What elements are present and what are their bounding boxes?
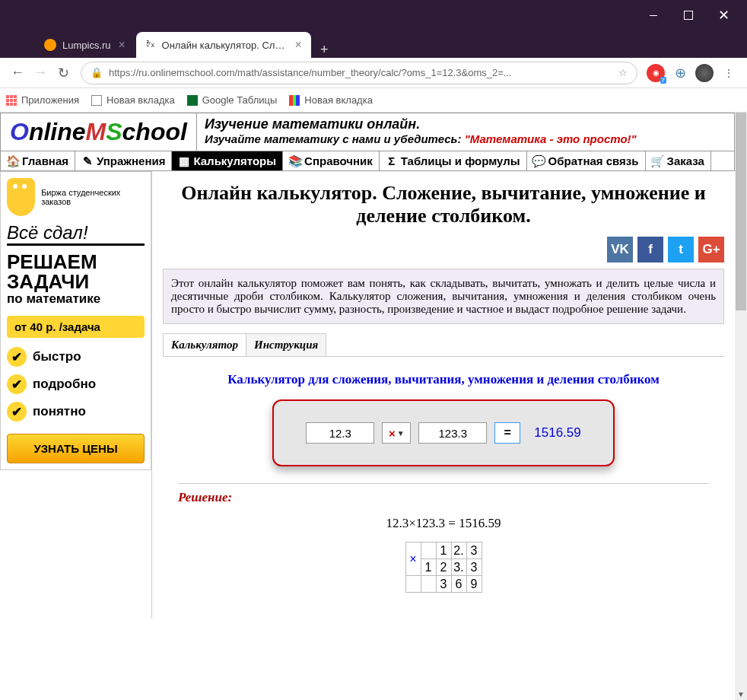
lock-icon: 🔒 <box>91 67 103 78</box>
window-maximize[interactable] <box>671 3 706 27</box>
tab-label: Онлайн калькулятор. Сложение <box>162 40 288 51</box>
browser-tab-calculator[interactable]: ∛x Онлайн калькулятор. Сложение × <box>136 32 311 58</box>
profile-avatar[interactable] <box>695 64 714 82</box>
favicon-icon: ∛x <box>145 39 156 51</box>
share-facebook[interactable]: f <box>637 237 663 262</box>
apps-shortcut[interactable]: Приложения <box>6 94 79 106</box>
nav-feedback[interactable]: 💬Обратная связь <box>527 151 646 170</box>
site-logo[interactable]: OnlineMSchool <box>1 113 197 151</box>
site-tagline: Изучение математики онлайн. Изучайте мат… <box>197 113 734 151</box>
social-share: VK f t G+ <box>163 237 724 262</box>
sheets-icon <box>187 95 198 106</box>
column-math-table: × 12.3 123.3 369 <box>405 542 482 593</box>
browser-tabs: Lumpics.ru × ∛x Онлайн калькулятор. Слож… <box>0 30 747 58</box>
page-icon <box>289 95 300 106</box>
feature-item: ✔подробно <box>7 374 145 394</box>
new-tab-button[interactable]: + <box>313 42 336 58</box>
site-header: OnlineMSchool Изучение математики онлайн… <box>0 113 735 151</box>
home-icon: 🏠 <box>7 155 19 167</box>
solution-heading: Решение: <box>178 483 709 505</box>
window-minimize[interactable] <box>636 3 671 27</box>
bookmarks-bar: Приложения Новая вкладка Google Таблицы … <box>0 88 747 113</box>
check-icon: ✔ <box>7 402 27 422</box>
nav-home[interactable]: 🏠Главная <box>1 151 75 170</box>
sigma-icon: Σ <box>386 155 398 167</box>
tab-instruction[interactable]: Инструкция <box>246 333 326 356</box>
tab-label: Lumpics.ru <box>62 40 111 51</box>
close-tab-icon[interactable]: × <box>119 38 126 52</box>
reload-button[interactable]: ↻ <box>52 62 75 84</box>
adblock-icon[interactable]: ◉7 <box>647 64 665 82</box>
books-icon: 📚 <box>289 155 301 167</box>
page-icon <box>91 95 102 106</box>
sidebar: Биржа студенческих заказов Всё сдал! РЕШ… <box>0 171 152 619</box>
address-bar: ← → ↻ 🔒 https://ru.onlinemschool.com/mat… <box>0 58 747 88</box>
nav-calculators[interactable]: ▦Калькуляторы <box>172 151 283 170</box>
scroll-down-icon[interactable]: ▼ <box>735 688 747 700</box>
chevron-down-icon: ▼ <box>397 429 405 438</box>
forward-button[interactable]: → <box>29 62 52 84</box>
chat-icon: 💬 <box>533 155 545 167</box>
nav-order[interactable]: 🛒Заказа <box>646 151 711 170</box>
share-googleplus[interactable]: G+ <box>698 237 724 262</box>
price-banner: от 40 р. /задача <box>7 316 145 338</box>
operator-select[interactable]: ×▼ <box>382 422 411 444</box>
operand2-input[interactable] <box>418 422 487 444</box>
browser-menu-icon[interactable]: ⋮ <box>720 64 738 82</box>
close-tab-icon[interactable]: × <box>295 38 302 52</box>
vertical-scrollbar[interactable]: ▲ ▼ <box>735 113 747 700</box>
main-nav: 🏠Главная ✎Упражнения ▦Калькуляторы 📚Спра… <box>0 151 735 171</box>
calculation-result: 1516.59 <box>534 425 580 441</box>
intro-text: Этот онлайн калькулятор поможет вам поня… <box>163 269 724 324</box>
check-icon: ✔ <box>7 374 27 394</box>
apps-icon <box>6 95 17 106</box>
equals-button[interactable]: = <box>494 422 520 444</box>
pencil-mascot-icon <box>7 178 35 216</box>
url-input[interactable]: 🔒 https://ru.onlinemschool.com/math/assi… <box>81 62 637 84</box>
share-vk[interactable]: VK <box>607 237 633 262</box>
cart-icon: 🛒 <box>652 155 664 167</box>
translate-icon[interactable]: ⊕ <box>671 64 689 82</box>
cta-button[interactable]: УЗНАТЬ ЦЕНЫ <box>7 434 145 463</box>
operand1-input[interactable] <box>306 422 374 444</box>
bookmark-item[interactable]: Новая вкладка <box>289 94 373 106</box>
page-title: Онлайн калькулятор. Сложение, вычитание,… <box>163 182 724 228</box>
operator-cell: × <box>405 542 421 576</box>
url-text: https://ru.onlinemschool.com/math/assist… <box>109 67 618 78</box>
nav-exercises[interactable]: ✎Упражнения <box>75 151 172 170</box>
main-content: Онлайн калькулятор. Сложение, вычитание,… <box>152 171 735 619</box>
feature-item: ✔быстро <box>7 347 145 367</box>
calculator-title: Калькулятор для сложения, вычитания, умн… <box>178 372 709 387</box>
scroll-thumb[interactable] <box>736 113 746 310</box>
bookmark-star-icon[interactable]: ☆ <box>618 67 628 78</box>
bookmark-item[interactable]: Google Таблицы <box>187 94 278 106</box>
content-tabs: Калькулятор Инструкция <box>163 333 724 357</box>
nav-reference[interactable]: 📚Справочник <box>283 151 380 170</box>
browser-tab-lumpics[interactable]: Lumpics.ru × <box>35 32 135 58</box>
feature-item: ✔понятно <box>7 402 145 422</box>
back-button[interactable]: ← <box>6 62 29 84</box>
calculator-panel: ×▼ = 1516.59 <box>272 399 614 466</box>
pencil-icon: ✎ <box>81 155 94 167</box>
window-close[interactable]: ✕ <box>706 3 741 27</box>
nav-tables[interactable]: ΣТаблицы и формулы <box>380 151 527 170</box>
bookmark-item[interactable]: Новая вкладка <box>91 94 175 106</box>
check-icon: ✔ <box>7 347 27 367</box>
favicon-icon <box>44 39 56 51</box>
calculator-icon: ▦ <box>178 155 190 167</box>
sidebar-ad[interactable]: Биржа студенческих заказов Всё сдал! РЕШ… <box>0 171 151 470</box>
share-twitter[interactable]: t <box>668 237 694 262</box>
solution-equation: 12.3×123.3 = 1516.59 <box>178 516 709 531</box>
tab-calculator[interactable]: Калькулятор <box>163 333 246 356</box>
